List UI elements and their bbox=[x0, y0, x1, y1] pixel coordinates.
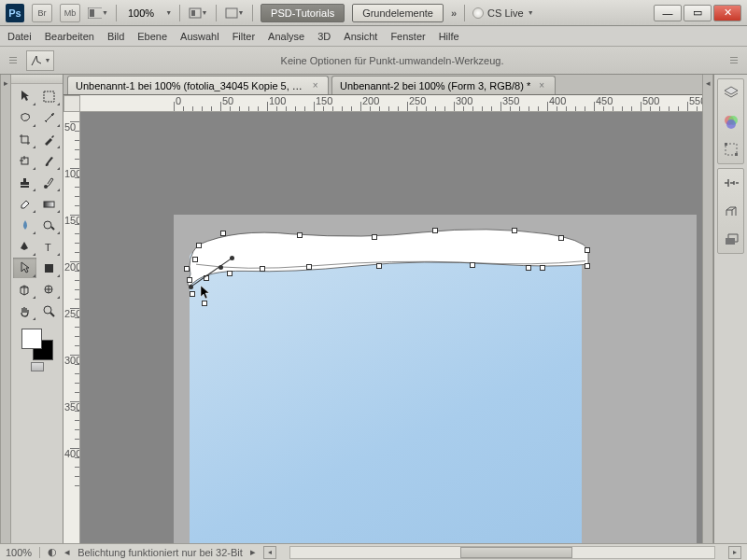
anchor-point[interactable] bbox=[585, 263, 590, 269]
channels-icon[interactable] bbox=[721, 111, 741, 132]
document-tab[interactable]: Unbenannt-2 bei 100% (Form 3, RGB/8) *× bbox=[331, 76, 556, 94]
shape-tool[interactable] bbox=[37, 258, 61, 278]
eraser-tool[interactable] bbox=[13, 193, 36, 214]
minibridge-button[interactable]: Mb bbox=[60, 4, 80, 22]
bezier-handle[interactable] bbox=[189, 285, 193, 289]
menu-hilfe[interactable]: Hilfe bbox=[439, 31, 459, 42]
close-tab-icon[interactable]: × bbox=[536, 80, 547, 91]
menu-3d[interactable]: 3D bbox=[317, 31, 331, 42]
scroll-right-button[interactable]: ▸ bbox=[728, 546, 741, 559]
close-button[interactable]: ✕ bbox=[713, 5, 741, 21]
type-tool[interactable]: T bbox=[37, 236, 61, 257]
crop-tool[interactable] bbox=[13, 129, 36, 149]
pen-tool[interactable] bbox=[13, 236, 36, 257]
document-tab[interactable]: Unbenannt-1 bei 100% (fotolia_34045 Kopi… bbox=[67, 76, 329, 94]
workspace-other[interactable]: Grundelemente bbox=[352, 4, 444, 22]
hand-tool[interactable] bbox=[13, 301, 36, 321]
options-grip[interactable] bbox=[9, 50, 17, 71]
anchor-point[interactable] bbox=[187, 277, 192, 283]
anchor-point[interactable] bbox=[184, 266, 190, 272]
cs-live-button[interactable]: CS Live▼ bbox=[472, 7, 533, 19]
history-icon[interactable] bbox=[721, 229, 741, 249]
anchor-point[interactable] bbox=[297, 232, 303, 238]
status-next-icon[interactable]: ▸ bbox=[250, 546, 256, 558]
stamp-tool[interactable] bbox=[13, 172, 36, 192]
quickmask-toggle[interactable] bbox=[31, 362, 44, 371]
tool-panel-grip[interactable] bbox=[11, 75, 63, 84]
paths-icon[interactable] bbox=[721, 139, 741, 160]
dock-group[interactable] bbox=[717, 168, 744, 254]
current-tool-icon[interactable]: ▼ bbox=[26, 50, 54, 71]
close-tab-icon[interactable]: × bbox=[310, 80, 320, 91]
ruler-horizontal[interactable]: 050100150200250300350400450500550 bbox=[80, 95, 702, 112]
anchor-point[interactable] bbox=[192, 257, 198, 262]
ruler-corner[interactable] bbox=[63, 95, 80, 112]
anchor-point[interactable] bbox=[558, 235, 564, 241]
eyedropper-tool[interactable] bbox=[37, 129, 61, 149]
3d-tool[interactable] bbox=[13, 279, 36, 300]
workspace-active[interactable]: PSD-Tutorials bbox=[261, 4, 345, 22]
options-grip-right[interactable] bbox=[730, 50, 738, 71]
canvas-viewport[interactable] bbox=[80, 112, 702, 543]
styles-icon[interactable] bbox=[721, 201, 741, 221]
hand-icon[interactable]: ▼ bbox=[188, 5, 208, 21]
menu-datei[interactable]: Datei bbox=[7, 31, 32, 42]
minimize-button[interactable]: — bbox=[654, 5, 682, 21]
anchor-point[interactable] bbox=[470, 262, 475, 268]
brush-tool[interactable] bbox=[37, 150, 61, 171]
anchor-point[interactable] bbox=[540, 265, 545, 271]
fg-color-swatch[interactable] bbox=[21, 329, 42, 349]
anchor-point[interactable] bbox=[190, 291, 195, 297]
menu-filter[interactable]: Filter bbox=[233, 31, 255, 42]
menu-ansicht[interactable]: Ansicht bbox=[344, 31, 377, 42]
path-selection-tool[interactable] bbox=[13, 258, 36, 278]
healing-tool[interactable] bbox=[13, 150, 36, 171]
marquee-tool[interactable] bbox=[37, 86, 61, 106]
scroll-thumb[interactable] bbox=[460, 547, 572, 558]
bridge-button[interactable]: Br bbox=[32, 4, 52, 22]
anchor-point[interactable] bbox=[526, 265, 531, 271]
menu-bearbeiten[interactable]: Bearbeiten bbox=[45, 31, 94, 42]
chevron-right-icon[interactable]: » bbox=[451, 7, 457, 19]
anchor-point[interactable] bbox=[585, 247, 590, 253]
layout-icon[interactable]: ▼ bbox=[88, 5, 108, 21]
magic-wand-tool[interactable] bbox=[37, 107, 61, 128]
anchor-point[interactable] bbox=[432, 228, 438, 233]
menu-bild[interactable]: Bild bbox=[107, 31, 124, 42]
anchor-point[interactable] bbox=[372, 234, 377, 240]
3d-camera-tool[interactable] bbox=[37, 279, 61, 300]
left-collapsed-panel[interactable]: ▸ bbox=[0, 75, 11, 543]
blur-tool[interactable] bbox=[13, 215, 36, 235]
scroll-left-button[interactable]: ◂ bbox=[263, 546, 276, 559]
canvas[interactable] bbox=[174, 215, 697, 543]
lasso-tool[interactable] bbox=[13, 107, 36, 128]
menu-fenster[interactable]: Fenster bbox=[390, 31, 425, 42]
dodge-tool[interactable] bbox=[37, 215, 61, 235]
zoom-tool[interactable] bbox=[37, 301, 61, 321]
bezier-handle[interactable] bbox=[218, 265, 223, 270]
right-collapsed-panel[interactable]: ◂ bbox=[702, 75, 713, 543]
adjustments-icon[interactable] bbox=[721, 173, 741, 193]
status-prev-icon[interactable]: ◂ bbox=[64, 546, 70, 558]
move-tool[interactable] bbox=[13, 86, 36, 106]
ruler-vertical[interactable]: 50100150200250300350400 bbox=[63, 112, 80, 543]
status-zoom[interactable]: 100% bbox=[6, 547, 32, 558]
history-brush-tool[interactable] bbox=[37, 172, 61, 192]
menu-analyse[interactable]: Analyse bbox=[268, 31, 304, 42]
menu-ebene[interactable]: Ebene bbox=[137, 31, 167, 42]
h-scrollbar[interactable]: ◂ ▸ bbox=[263, 545, 741, 560]
anchor-point[interactable] bbox=[512, 228, 517, 233]
anchor-point[interactable] bbox=[202, 301, 207, 306]
layers-icon[interactable] bbox=[721, 83, 741, 104]
dock-group[interactable] bbox=[717, 78, 744, 164]
anchor-point[interactable] bbox=[220, 231, 226, 236]
menu-auswahl[interactable]: Auswahl bbox=[180, 31, 219, 42]
screen-mode-icon[interactable]: ▼ bbox=[224, 5, 245, 21]
anchor-point[interactable] bbox=[306, 264, 312, 270]
zoom-level[interactable]: 100% bbox=[124, 7, 158, 19]
anchor-point[interactable] bbox=[260, 266, 265, 272]
bezier-handle[interactable] bbox=[230, 256, 234, 260]
doc-info-icon[interactable]: ◐ bbox=[48, 546, 57, 558]
anchor-point[interactable] bbox=[196, 243, 202, 248]
maximize-button[interactable]: ▭ bbox=[684, 5, 712, 21]
